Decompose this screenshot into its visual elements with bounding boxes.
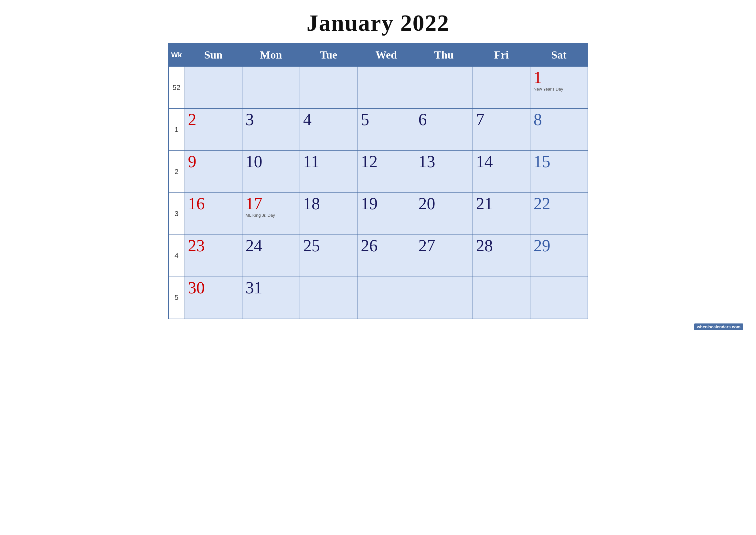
day-cell: 11 [300, 151, 358, 193]
day-cell: 23 [185, 235, 242, 277]
table-row: 423242526272829 [168, 235, 588, 277]
day-number: 13 [418, 153, 469, 170]
day-cell: 21 [472, 193, 530, 235]
table-row: 53031 [168, 277, 588, 319]
week-number: 3 [168, 193, 185, 235]
day-cell: 31 [242, 277, 300, 319]
day-cell: 13 [415, 151, 472, 193]
day-cell: 9 [185, 151, 242, 193]
day-cell [415, 67, 472, 109]
col-header-sun: Sun [185, 43, 242, 67]
day-number: 21 [476, 195, 527, 212]
day-cell: 27 [415, 235, 472, 277]
day-cell: 30 [185, 277, 242, 319]
day-number: 29 [534, 238, 584, 254]
day-cell: 4 [300, 109, 358, 151]
day-cell: 2 [185, 109, 242, 151]
col-header-thu: Thu [415, 43, 472, 67]
col-header-sat: Sat [530, 43, 588, 67]
holiday-label: New Year's Day [534, 87, 584, 92]
table-row: 31617ML King Jr. Day1819202122 [168, 193, 588, 235]
day-cell: 28 [472, 235, 530, 277]
day-cell: 16 [185, 193, 242, 235]
header-row: Wk Sun Mon Tue Wed Thu Fri Sat [168, 43, 588, 67]
day-number: 11 [303, 153, 354, 170]
day-cell: 7 [472, 109, 530, 151]
day-cell [358, 277, 415, 319]
day-cell: 17ML King Jr. Day [242, 193, 300, 235]
day-cell: 5 [358, 109, 415, 151]
day-number: 27 [418, 238, 469, 254]
calendar-table: Wk Sun Mon Tue Wed Thu Fri Sat 521New Ye… [168, 43, 588, 319]
page-title: January 2022 [307, 10, 449, 37]
day-number: 28 [476, 238, 527, 254]
day-number: 16 [188, 195, 239, 212]
day-cell: 20 [415, 193, 472, 235]
table-row: 521New Year's Day [168, 67, 588, 109]
day-number: 26 [361, 238, 412, 254]
day-number: 15 [534, 153, 584, 170]
day-cell [358, 67, 415, 109]
day-number: 9 [188, 153, 239, 170]
day-cell: 25 [300, 235, 358, 277]
col-header-wed: Wed [358, 43, 415, 67]
day-number: 3 [246, 111, 296, 128]
holiday-label: ML King Jr. Day [246, 213, 296, 218]
col-header-fri: Fri [472, 43, 530, 67]
day-cell [472, 67, 530, 109]
day-cell [300, 277, 358, 319]
day-cell: 8 [530, 109, 588, 151]
week-number: 52 [168, 67, 185, 109]
day-cell: 6 [415, 109, 472, 151]
day-cell: 12 [358, 151, 415, 193]
day-cell: 3 [242, 109, 300, 151]
day-number: 12 [361, 153, 412, 170]
day-cell [242, 67, 300, 109]
week-number: 1 [168, 109, 185, 151]
table-row: 29101112131415 [168, 151, 588, 193]
day-number: 22 [534, 195, 584, 212]
week-number: 4 [168, 235, 185, 277]
day-cell: 18 [300, 193, 358, 235]
day-cell [415, 277, 472, 319]
day-number: 24 [246, 238, 296, 254]
day-number: 8 [534, 111, 584, 128]
day-number: 6 [418, 111, 469, 128]
day-cell: 1New Year's Day [530, 67, 588, 109]
day-cell: 29 [530, 235, 588, 277]
day-cell: 26 [358, 235, 415, 277]
day-number: 17 [246, 195, 296, 212]
col-header-mon: Mon [242, 43, 300, 67]
day-cell [530, 277, 588, 319]
week-number: 2 [168, 151, 185, 193]
day-number: 25 [303, 238, 354, 254]
day-cell: 14 [472, 151, 530, 193]
day-number: 10 [246, 153, 296, 170]
col-header-tue: Tue [300, 43, 358, 67]
day-number: 7 [476, 111, 527, 128]
day-cell: 22 [530, 193, 588, 235]
day-cell: 19 [358, 193, 415, 235]
day-number: 2 [188, 111, 239, 128]
day-number: 31 [246, 279, 296, 296]
day-cell [300, 67, 358, 109]
calendar: Wk Sun Mon Tue Wed Thu Fri Sat 521New Ye… [168, 43, 588, 319]
day-cell [472, 277, 530, 319]
day-number: 14 [476, 153, 527, 170]
watermark: wheniscalendars.com [694, 324, 743, 329]
day-number: 1 [534, 69, 584, 86]
week-number: 5 [168, 277, 185, 319]
day-cell: 10 [242, 151, 300, 193]
day-number: 18 [303, 195, 354, 212]
watermark-link[interactable]: wheniscalendars.com [694, 324, 743, 330]
day-number: 4 [303, 111, 354, 128]
day-number: 20 [418, 195, 469, 212]
day-number: 30 [188, 279, 239, 296]
day-number: 23 [188, 238, 239, 254]
day-cell: 24 [242, 235, 300, 277]
table-row: 12345678 [168, 109, 588, 151]
day-number: 5 [361, 111, 412, 128]
day-cell: 15 [530, 151, 588, 193]
day-cell [185, 67, 242, 109]
col-header-wk: Wk [168, 43, 185, 67]
